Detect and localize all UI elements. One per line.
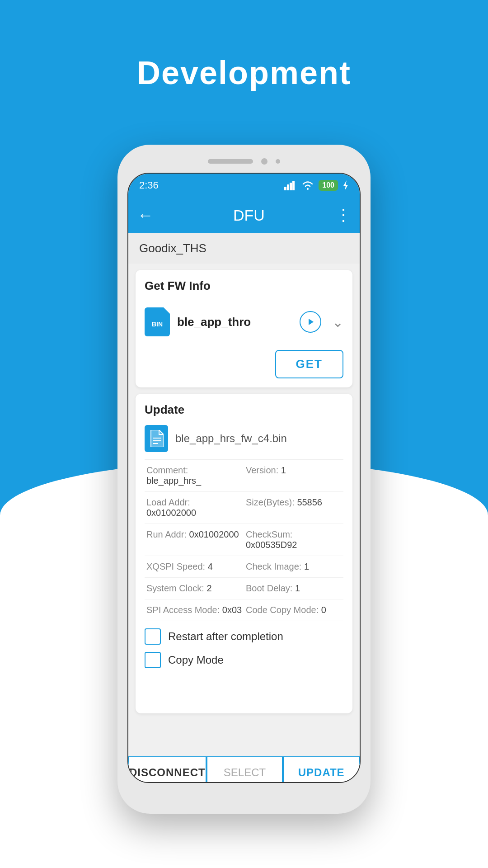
- phone-screen: 2:36 100: [127, 173, 361, 783]
- checksum-cell: CheckSum: 0x00535D92: [244, 524, 343, 556]
- update-file-name: ble_app_hrs_fw_c4.bin: [175, 432, 287, 445]
- size-cell: Size(Bytes): 55856: [244, 492, 343, 524]
- restart-label: Restart after completion: [168, 630, 283, 643]
- back-button[interactable]: ←: [137, 206, 154, 225]
- wifi-icon: [301, 180, 314, 190]
- svg-marker-6: [309, 319, 314, 325]
- load-addr-cell: Load Addr: 0x01002000: [145, 492, 244, 524]
- disconnect-button[interactable]: DISCONNECT: [128, 756, 206, 783]
- status-time: 2:36: [139, 179, 159, 191]
- app-bar: ← DFU ⋮: [128, 197, 360, 233]
- svg-rect-1: [287, 184, 289, 190]
- run-addr-cell: Run Addr: 0x01002000: [145, 524, 244, 556]
- restart-checkbox[interactable]: [145, 628, 161, 645]
- fw-info-card: Get FW Info BIN ble_app_thro ⌄: [136, 270, 352, 387]
- svg-marker-5: [343, 180, 348, 190]
- phone-dot-2: [276, 159, 280, 164]
- bolt-icon: [343, 180, 349, 190]
- app-bar-title: DFU: [163, 207, 335, 224]
- svg-rect-0: [284, 187, 286, 190]
- page-title: Development: [0, 0, 488, 91]
- spi-access-cell: SPI Access Mode: 0x03: [145, 599, 244, 621]
- update-title: Update: [145, 403, 343, 417]
- chevron-down-icon[interactable]: ⌄: [332, 314, 343, 330]
- device-name: Goodix_THS: [128, 233, 360, 264]
- content-area: Get FW Info BIN ble_app_thro ⌄: [128, 264, 360, 783]
- svg-point-4: [307, 188, 309, 190]
- update-card: Update: [136, 394, 352, 713]
- phone-frame: 2:36 100: [117, 145, 371, 814]
- signal-icon: [284, 180, 297, 190]
- status-bar: 2:36 100: [128, 174, 360, 197]
- phone-speaker: [208, 159, 253, 164]
- copy-mode-label: Copy Mode: [168, 654, 224, 666]
- copy-mode-checkbox[interactable]: [145, 652, 161, 668]
- fw-info-title: Get FW Info: [145, 279, 343, 293]
- select-button[interactable]: SELECT: [206, 756, 283, 783]
- check-image-cell: Check Image: 1: [244, 556, 343, 578]
- fw-file-label: BIN: [152, 321, 163, 328]
- boot-delay-cell: Boot Delay: 1: [244, 578, 343, 599]
- sysclock-cell: System Clock: 2: [145, 578, 244, 599]
- menu-button[interactable]: ⋮: [335, 206, 351, 225]
- code-copy-cell: Code Copy Mode: 0: [244, 599, 343, 621]
- copy-mode-checkbox-row: Copy Mode: [145, 652, 343, 668]
- svg-rect-3: [292, 181, 295, 190]
- version-cell: Version: 1: [244, 460, 343, 492]
- battery-badge: 100: [319, 180, 338, 191]
- fw-file-icon: BIN: [145, 307, 170, 336]
- status-icons: 100: [284, 180, 349, 191]
- update-file-icon: [145, 425, 168, 452]
- svg-rect-2: [290, 183, 292, 190]
- phone-dot-1: [261, 158, 267, 165]
- xqspi-cell: XQSPI Speed: 4: [145, 556, 244, 578]
- get-btn-row: GET: [145, 350, 343, 378]
- restart-checkbox-row: Restart after completion: [145, 628, 343, 645]
- update-file-row: ble_app_hrs_fw_c4.bin: [145, 425, 343, 452]
- screen-content: Get FW Info BIN ble_app_thro ⌄: [128, 264, 360, 783]
- play-button[interactable]: [300, 311, 321, 333]
- fw-file-row: BIN ble_app_thro ⌄: [145, 301, 343, 343]
- phone-sensors: [127, 158, 361, 165]
- update-button[interactable]: UPDATE: [283, 756, 360, 783]
- fw-file-name: ble_app_thro: [177, 315, 292, 329]
- comment-label: Comment: ble_app_hrs_: [145, 460, 244, 492]
- info-grid: Comment: ble_app_hrs_ Version: 1 Load Ad…: [145, 459, 343, 621]
- get-button[interactable]: GET: [275, 350, 343, 378]
- bottom-buttons: DISCONNECT SELECT UPDATE: [128, 756, 360, 783]
